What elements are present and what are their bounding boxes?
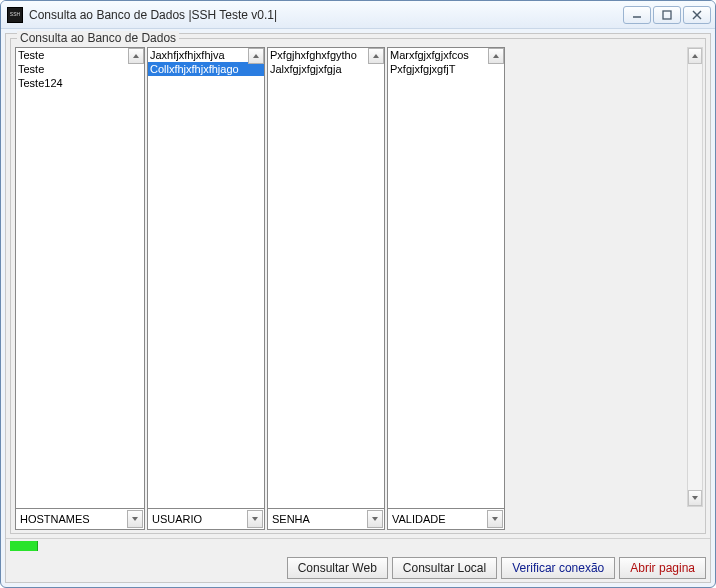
- listbox[interactable]: PxfgjhxfghxfgythoJalxfgjxfgjxfgja: [268, 48, 384, 508]
- titlebar[interactable]: SSH Consulta ao Banco de Dados |SSH Test…: [1, 1, 715, 29]
- abrir-pagina-button[interactable]: Abrir pagina: [619, 557, 706, 579]
- client-area: Consulta ao Banco de Dados TesteTesteTes…: [5, 33, 711, 583]
- svg-marker-9: [372, 517, 378, 521]
- column-usuario: JaxhfjxfhjxfhjvaCollxfhjxfhjxfhjagoUSUAR…: [147, 47, 265, 529]
- column-footer: VALIDADE: [387, 508, 505, 530]
- progress-track: [10, 541, 706, 551]
- columns-container: TesteTesteTeste124HOSTNAMESJaxhfjxfhjxfh…: [11, 39, 705, 533]
- svg-marker-10: [493, 54, 499, 58]
- close-button[interactable]: [683, 6, 711, 24]
- list-item[interactable]: Teste: [16, 48, 144, 62]
- list-item[interactable]: Jaxhfjxfhjxfhjva: [148, 48, 264, 62]
- listbox[interactable]: TesteTesteTeste124: [16, 48, 144, 508]
- list-scroll-up-icon[interactable]: [248, 48, 264, 64]
- vertical-scrollbar[interactable]: [687, 47, 703, 507]
- column-footer: SENHA: [267, 508, 385, 530]
- svg-marker-5: [132, 517, 138, 521]
- scroll-up-icon[interactable]: [688, 48, 702, 64]
- svg-marker-4: [133, 54, 139, 58]
- list-item[interactable]: PxfgjxfgjxgfjT: [388, 62, 504, 76]
- bottom-bar: Consultar Web Consultar Local Verificar …: [6, 538, 710, 582]
- app-icon: SSH: [7, 7, 23, 23]
- column-validade: MarxfgjxfgjxfcosPxfgjxfgjxgfjTVALIDADE: [387, 47, 505, 529]
- svg-marker-13: [692, 496, 698, 500]
- list-item[interactable]: Jalxfgjxfgjxfgja: [268, 62, 384, 76]
- column-hostnames: TesteTesteTeste124HOSTNAMES: [15, 47, 145, 529]
- list-scroll-up-icon[interactable]: [488, 48, 504, 64]
- dropdown-icon[interactable]: [367, 510, 383, 528]
- minimize-button[interactable]: [623, 6, 651, 24]
- progress-bar: [6, 539, 710, 553]
- listbox[interactable]: MarxfgjxfgjxfcosPxfgjxfgjxgfjT: [388, 48, 504, 508]
- list-item[interactable]: Teste124: [16, 76, 144, 90]
- column-footer-label: USUARIO: [148, 513, 247, 525]
- verificar-conexao-button[interactable]: Verificar conexão: [501, 557, 615, 579]
- column-footer: USUARIO: [147, 508, 265, 530]
- dropdown-icon[interactable]: [247, 510, 263, 528]
- button-row: Consultar Web Consultar Local Verificar …: [6, 553, 710, 582]
- svg-marker-8: [373, 54, 379, 58]
- maximize-button[interactable]: [653, 6, 681, 24]
- listbox[interactable]: JaxhfjxfhjxfhjvaCollxfhjxfhjxfhjago: [148, 48, 264, 508]
- list-scroll-up-icon[interactable]: [128, 48, 144, 64]
- progress-fill: [10, 541, 38, 551]
- column-footer-label: VALIDADE: [388, 513, 487, 525]
- consultar-local-button[interactable]: Consultar Local: [392, 557, 497, 579]
- list-item[interactable]: Marxfgjxfgjxfcos: [388, 48, 504, 62]
- scroll-track[interactable]: [688, 64, 702, 490]
- column-footer-label: HOSTNAMES: [16, 513, 127, 525]
- app-window: SSH Consulta ao Banco de Dados |SSH Test…: [0, 0, 716, 588]
- scroll-down-icon[interactable]: [688, 490, 702, 506]
- consultar-web-button[interactable]: Consultar Web: [287, 557, 388, 579]
- list-item[interactable]: Collxfhjxfhjxfhjago: [148, 62, 264, 76]
- column-footer: HOSTNAMES: [15, 508, 145, 530]
- column-footer-label: SENHA: [268, 513, 367, 525]
- column-senha: PxfgjhxfghxfgythoJalxfgjxfgjxfgjaSENHA: [267, 47, 385, 529]
- svg-marker-7: [252, 517, 258, 521]
- window-title: Consulta ao Banco de Dados |SSH Teste v0…: [29, 8, 623, 22]
- groupbox: Consulta ao Banco de Dados TesteTesteTes…: [10, 38, 706, 534]
- window-controls: [623, 6, 711, 24]
- svg-rect-1: [663, 11, 671, 19]
- dropdown-icon[interactable]: [127, 510, 143, 528]
- list-item[interactable]: Teste: [16, 62, 144, 76]
- svg-marker-11: [492, 517, 498, 521]
- svg-marker-12: [692, 54, 698, 58]
- list-scroll-up-icon[interactable]: [368, 48, 384, 64]
- svg-marker-6: [253, 54, 259, 58]
- list-item[interactable]: Pxfgjhxfghxfgytho: [268, 48, 384, 62]
- dropdown-icon[interactable]: [487, 510, 503, 528]
